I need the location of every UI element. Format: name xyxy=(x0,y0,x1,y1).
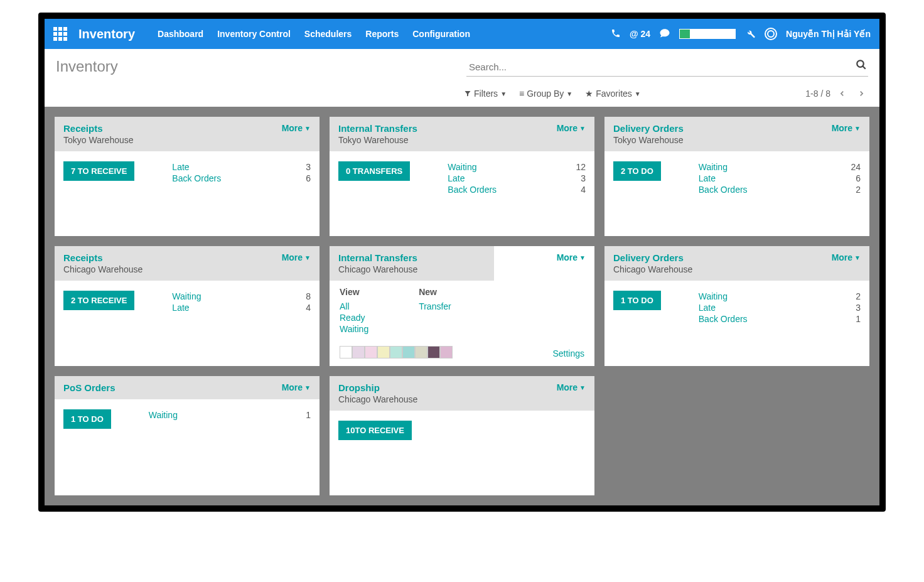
card-type[interactable]: Receipts xyxy=(63,252,142,263)
color-swatch[interactable] xyxy=(365,346,377,358)
stat-label[interactable]: Waiting xyxy=(699,291,728,301)
card-action-button[interactable]: 0 TRANSFERS xyxy=(338,161,410,181)
stat-label[interactable]: Back Orders xyxy=(448,185,497,195)
nav-configuration[interactable]: Configuration xyxy=(412,29,470,39)
menu-link[interactable]: Transfer xyxy=(419,301,451,312)
caret-down-icon: ▼ xyxy=(304,254,311,261)
search-icon[interactable] xyxy=(856,59,867,73)
card-action-button[interactable]: 1 TO DO xyxy=(613,291,661,310)
nav-reports[interactable]: Reports xyxy=(365,29,399,39)
groupby-button[interactable]: ≡ Group By ▼ xyxy=(519,89,572,99)
kanban-card: DropshipChicago WarehouseMore ▼10TO RECE… xyxy=(330,376,594,495)
card-type[interactable]: Receipts xyxy=(63,123,134,134)
color-swatches xyxy=(340,346,453,358)
more-button[interactable]: More ▼ xyxy=(832,123,861,133)
caret-down-icon: ▼ xyxy=(579,125,586,132)
caret-down-icon: ▼ xyxy=(579,384,586,391)
card-warehouse: Chicago Warehouse xyxy=(613,264,692,274)
list-icon: ≡ xyxy=(519,89,524,99)
stat-label[interactable]: Back Orders xyxy=(699,314,748,324)
stat-label[interactable]: Back Orders xyxy=(699,185,748,195)
stat-label[interactable]: Late xyxy=(699,303,716,313)
card-body: 1 TO DOWaiting1 xyxy=(55,399,320,438)
stat-value: 6 xyxy=(294,173,311,183)
kanban-card: ReceiptsTokyo WarehouseMore ▼7 TO RECEIV… xyxy=(55,117,320,236)
stat-label[interactable]: Waiting xyxy=(149,410,178,420)
card-body: 0 TRANSFERSWaiting12Late3Back Orders4 xyxy=(330,151,594,204)
more-button[interactable]: More ▼ xyxy=(557,252,586,262)
stat-label[interactable]: Waiting xyxy=(699,162,728,172)
brand[interactable]: Inventory xyxy=(78,27,135,41)
color-swatch[interactable] xyxy=(377,346,390,358)
color-swatch[interactable] xyxy=(340,346,352,358)
color-swatch[interactable] xyxy=(352,346,365,358)
more-button[interactable]: More ▼ xyxy=(832,252,861,262)
phone-icon[interactable] xyxy=(611,28,621,40)
card-action-button[interactable]: 2 TO RECEIVE xyxy=(63,291,134,310)
caret-down-icon: ▼ xyxy=(304,125,311,132)
pager-prev[interactable] xyxy=(835,87,849,100)
card-type[interactable]: Internal Transfers xyxy=(338,252,417,263)
nav-schedulers[interactable]: Schedulers xyxy=(304,29,352,39)
username[interactable]: Nguyễn Thị Hải Yến xyxy=(786,29,871,39)
stat-value: 3 xyxy=(294,162,311,172)
card-type[interactable]: Internal Transfers xyxy=(338,123,417,134)
caret-down-icon: ▼ xyxy=(854,254,861,261)
card-action-button[interactable]: 1 TO DO xyxy=(63,409,111,429)
kanban-card: Delivery OrdersTokyo WarehouseMore ▼2 TO… xyxy=(604,117,869,236)
groupby-label: Group By xyxy=(527,89,564,99)
svg-point-0 xyxy=(857,60,864,67)
mention-count[interactable]: @ 24 xyxy=(630,29,650,39)
search-input[interactable] xyxy=(466,58,868,77)
settings-link[interactable]: Settings xyxy=(552,348,584,358)
card-action-button[interactable]: 2 TO DO xyxy=(613,161,661,181)
stat-value: 3 xyxy=(844,303,861,313)
tools-icon[interactable] xyxy=(744,28,756,41)
stat-label[interactable]: Waiting xyxy=(172,291,201,301)
star-icon: ★ xyxy=(585,89,593,99)
svg-line-1 xyxy=(862,66,866,69)
more-button[interactable]: More ▼ xyxy=(557,382,586,392)
more-button[interactable]: More ▼ xyxy=(282,123,311,133)
nav-menu: Dashboard Inventory Control Schedulers R… xyxy=(158,29,470,39)
card-action-button[interactable]: 7 TO RECEIVE xyxy=(63,161,134,181)
card-body: 2 TO RECEIVEWaiting8Late4 xyxy=(55,281,320,322)
chat-icon[interactable] xyxy=(659,28,670,41)
more-button[interactable]: More ▼ xyxy=(282,382,311,392)
color-swatch[interactable] xyxy=(390,346,402,358)
filters-button[interactable]: Filters ▼ xyxy=(464,89,507,99)
card-type[interactable]: Delivery Orders xyxy=(613,252,692,263)
more-button[interactable]: More ▼ xyxy=(557,123,586,133)
stat-label[interactable]: Late xyxy=(448,173,465,183)
stat-value: 12 xyxy=(569,162,586,172)
filters-label: Filters xyxy=(474,89,498,99)
color-swatch[interactable] xyxy=(440,346,453,358)
card-type[interactable]: Dropship xyxy=(338,382,417,393)
color-swatch[interactable] xyxy=(415,346,427,358)
card-type[interactable]: Delivery Orders xyxy=(613,123,684,134)
stat-label[interactable]: Back Orders xyxy=(172,173,221,183)
pager-next[interactable] xyxy=(854,87,868,100)
pager-count[interactable]: 1-8 / 8 xyxy=(805,89,830,99)
stat-value: 4 xyxy=(294,303,311,313)
progress-bar[interactable] xyxy=(679,29,736,39)
apps-icon[interactable] xyxy=(53,27,67,41)
menu-link[interactable]: All xyxy=(340,301,368,312)
kanban-card: PoS OrdersMore ▼1 TO DOWaiting1 xyxy=(55,376,320,495)
nav-inventory-control[interactable]: Inventory Control xyxy=(217,29,291,39)
card-body: 10TO RECEIVE xyxy=(330,411,594,449)
menu-link[interactable]: Waiting xyxy=(340,323,368,335)
color-swatch[interactable] xyxy=(402,346,415,358)
stat-label[interactable]: Late xyxy=(172,162,189,172)
avatar-icon[interactable] xyxy=(765,28,777,40)
card-type[interactable]: PoS Orders xyxy=(63,382,115,393)
more-button[interactable]: More ▼ xyxy=(282,252,311,262)
nav-dashboard[interactable]: Dashboard xyxy=(158,29,203,39)
favorites-button[interactable]: ★ Favorites ▼ xyxy=(585,89,640,99)
card-action-button[interactable]: 10TO RECEIVE xyxy=(338,421,412,440)
stat-label[interactable]: Late xyxy=(172,303,189,313)
menu-link[interactable]: Ready xyxy=(340,312,368,323)
color-swatch[interactable] xyxy=(427,346,440,358)
stat-label[interactable]: Waiting xyxy=(448,162,476,172)
stat-label[interactable]: Late xyxy=(699,173,716,183)
